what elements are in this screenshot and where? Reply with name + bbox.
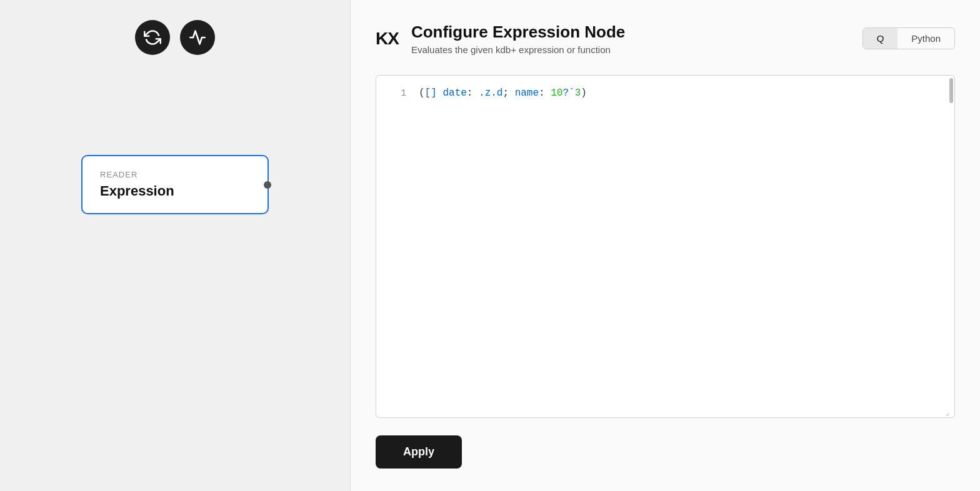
panel-subtitle: Evaluates the given kdb+ expression or f… <box>411 44 625 55</box>
code-token-semi: ; <box>502 87 514 99</box>
toolbar <box>135 20 215 55</box>
node-connector <box>264 181 271 189</box>
code-line-1: 1 ([] date: .z.d; name: 10?`3) <box>376 86 954 102</box>
scrollbar[interactable] <box>949 78 953 103</box>
analytics-button[interactable] <box>180 20 215 55</box>
code-token-date-key: date <box>442 87 466 99</box>
code-token-colon1: : <box>467 87 479 99</box>
node-name-label: Expression <box>100 183 250 199</box>
code-token-backtick: ` <box>569 87 575 99</box>
code-token-paren-open: ( <box>419 87 425 99</box>
code-token-zd: .z.d <box>479 87 502 99</box>
apply-button[interactable]: Apply <box>376 435 462 469</box>
code-token-name-key: name <box>515 87 539 99</box>
code-token-paren-close: ) <box>581 87 587 99</box>
node-card[interactable]: READER Expression <box>81 155 269 214</box>
panel-title-group: Configure Expression Node Evaluates the … <box>411 22 625 55</box>
resize-handle[interactable]: ⌟ <box>946 409 953 416</box>
lang-q-button[interactable]: Q <box>863 28 898 49</box>
node-type-label: READER <box>100 170 250 179</box>
panel-header: KX Configure Expression Node Evaluates t… <box>376 22 955 55</box>
code-token-space <box>437 87 443 99</box>
code-content-1: ([] date: .z.d; name: 10?`3) <box>419 86 587 102</box>
code-editor-wrapper: 1 ([] date: .z.d; name: 10?`3) ⌟ <box>376 75 955 418</box>
refresh-button[interactable] <box>135 20 170 55</box>
code-token-bracket: [ <box>425 87 431 99</box>
code-token-colon2: : <box>539 87 551 99</box>
left-panel: READER Expression <box>0 0 350 491</box>
language-toggle: Q Python <box>862 27 955 49</box>
code-token-question: ? <box>562 87 569 99</box>
panel-title: Configure Expression Node <box>411 22 625 42</box>
code-editor[interactable]: 1 ([] date: .z.d; name: 10?`3) <box>376 76 954 417</box>
line-number-1: 1 <box>386 86 406 100</box>
code-token-bracket-close: ] <box>431 87 437 99</box>
kx-logo: KX <box>376 30 399 47</box>
lang-python-button[interactable]: Python <box>898 28 954 49</box>
code-token-num: 10 <box>551 87 562 99</box>
code-token-3: 3 <box>575 87 581 99</box>
right-panel: KX Configure Expression Node Evaluates t… <box>350 0 980 491</box>
